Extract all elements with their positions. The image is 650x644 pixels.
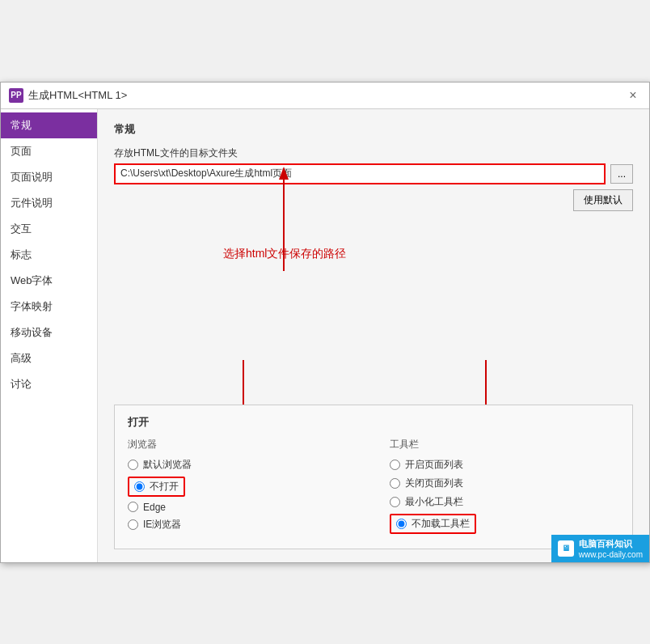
radio-open-pagelist-label: 开启页面列表	[405, 458, 463, 472]
title-bar: PP 生成HTML<HTML 1> ×	[1, 83, 649, 109]
radio-close-pagelist-input[interactable]	[390, 478, 400, 489]
sidebar-item-widget-desc[interactable]: 元件说明	[1, 190, 97, 216]
radio-edge-input[interactable]	[128, 502, 138, 512]
annotation-text: 选择html文件保存的路径	[223, 247, 346, 261]
radio-minimize-toolbar-input[interactable]	[390, 497, 400, 507]
toolbar-title: 工具栏	[390, 438, 619, 451]
radio-edge-label: Edge	[143, 502, 166, 513]
folder-field-group: 存放HTML文件的目标文件夹 ... 使用默认	[114, 146, 633, 211]
radio-close-pagelist-label: 关闭页面列表	[405, 477, 463, 490]
app-icon: PP	[9, 88, 23, 103]
radio-default-browser-input[interactable]	[128, 460, 138, 470]
radio-no-toolbar: 不加载工具栏	[390, 514, 619, 534]
radio-close-pagelist: 关闭页面列表	[390, 477, 619, 490]
sidebar-item-page-desc[interactable]: 页面说明	[1, 164, 97, 190]
sidebar-item-advanced[interactable]: 高级	[1, 345, 97, 371]
browser-col: 浏览器 默认浏览器 不打开	[128, 438, 357, 539]
sidebar: 常规 页面 页面说明 元件说明 交互 标志 Web字体 字体映射 移动设备 高级…	[1, 109, 98, 562]
radio-no-open-label: 不打开	[150, 480, 179, 494]
sidebar-item-discuss[interactable]: 讨论	[1, 371, 97, 397]
watermark: 🖥 电脑百科知识 www.pc-daily.com	[551, 535, 649, 562]
folder-label: 存放HTML文件的目标文件夹	[114, 146, 633, 160]
radio-minimize-toolbar-label: 最小化工具栏	[405, 495, 463, 509]
sidebar-item-logo[interactable]: 标志	[1, 242, 97, 268]
watermark-site-url: www.pc-daily.com	[579, 550, 643, 559]
sidebar-item-fontmap[interactable]: 字体映射	[1, 294, 97, 320]
radio-open-pagelist: 开启页面列表	[390, 458, 619, 472]
sidebar-item-webfont[interactable]: Web字体	[1, 268, 97, 294]
radio-open-pagelist-input[interactable]	[390, 460, 400, 470]
dialog-title: 生成HTML<HTML 1>	[28, 88, 127, 103]
radio-default-browser: 默认浏览器	[128, 458, 357, 472]
open-section: 打开 浏览器 默认浏览器 不打开	[114, 405, 633, 549]
radio-edge: Edge	[128, 502, 357, 513]
sidebar-item-general[interactable]: 常规	[1, 112, 97, 138]
open-section-cols: 浏览器 默认浏览器 不打开	[128, 438, 619, 539]
path-row: ...	[114, 163, 633, 184]
section-title: 常规	[114, 122, 633, 137]
radio-no-open: 不打开	[128, 477, 357, 497]
toolbar-col: 工具栏 开启页面列表 关闭页面列表 最小化工具栏	[390, 438, 619, 539]
radio-minimize-toolbar: 最小化工具栏	[390, 495, 619, 509]
radio-ie-input[interactable]	[128, 519, 138, 530]
sidebar-item-interaction[interactable]: 交互	[1, 216, 97, 242]
browse-button[interactable]: ...	[610, 164, 633, 184]
watermark-icon: 🖥	[558, 540, 574, 557]
default-btn-row: 使用默认	[114, 189, 633, 211]
title-bar-left: PP 生成HTML<HTML 1>	[9, 88, 127, 103]
browser-title: 浏览器	[128, 438, 357, 451]
radio-no-open-input[interactable]	[134, 481, 145, 492]
main-content: 常规 存放HTML文件的目标文件夹 ... 使用默认	[98, 109, 649, 562]
default-button[interactable]: 使用默认	[573, 189, 633, 211]
sidebar-item-page[interactable]: 页面	[1, 138, 97, 164]
watermark-text: 电脑百科知识 www.pc-daily.com	[579, 538, 643, 559]
radio-no-toolbar-label: 不加载工具栏	[412, 517, 470, 531]
dialog: PP 生成HTML<HTML 1> × 常规 页面 页面说明 元件说明 交互 标…	[0, 82, 650, 563]
dialog-body: 常规 页面 页面说明 元件说明 交互 标志 Web字体 字体映射 移动设备 高级…	[1, 109, 649, 562]
radio-no-toolbar-highlight: 不加载工具栏	[390, 514, 476, 534]
path-input[interactable]	[114, 163, 606, 184]
radio-default-browser-label: 默认浏览器	[143, 458, 192, 472]
radio-ie: IE浏览器	[128, 518, 357, 532]
radio-no-open-highlight: 不打开	[128, 477, 185, 497]
watermark-site-name: 电脑百科知识	[579, 538, 643, 550]
radio-ie-label: IE浏览器	[143, 518, 181, 532]
close-button[interactable]: ×	[625, 87, 641, 104]
open-section-title: 打开	[128, 415, 619, 430]
radio-no-toolbar-input[interactable]	[396, 519, 407, 529]
sidebar-item-mobile[interactable]: 移动设备	[1, 320, 97, 345]
